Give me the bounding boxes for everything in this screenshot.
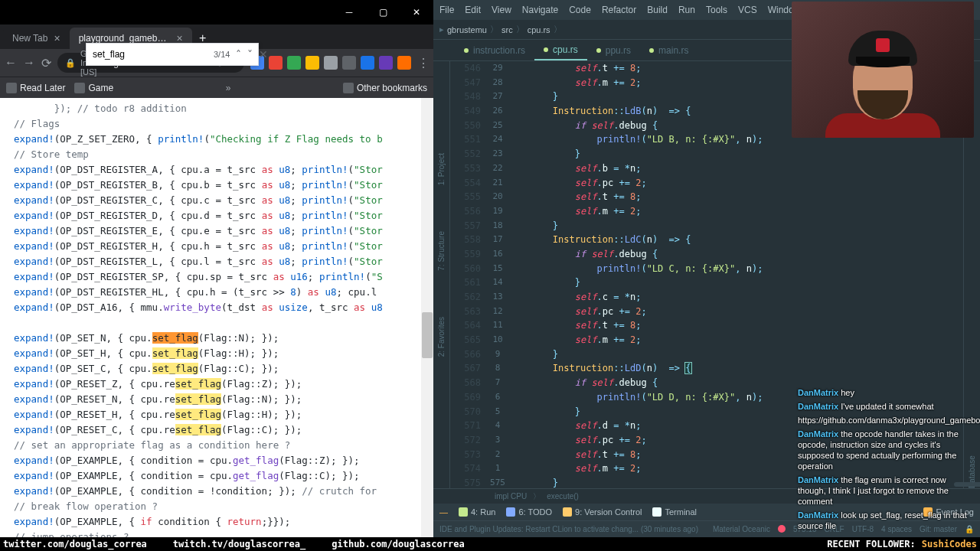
find-in-page: 3/14 ˄ ˅ ✕ [86, 43, 259, 66]
other-bookmarks[interactable]: Other bookmarks [343, 83, 427, 93]
rust-icon [464, 48, 469, 53]
breadcrumb: ▸ gbrustemu 〉 src 〉 cpu.rs 〉 [439, 24, 562, 35]
browser-window: ─ ▢ ✕ New Tab × playground_gameboy_emula… [0, 0, 433, 537]
extension-icon[interactable] [305, 56, 319, 70]
rust-icon [649, 48, 654, 53]
update-notification[interactable]: IDE and Plugin Updates: Restart CLion to… [439, 525, 698, 533]
back-button[interactable]: ← [5, 56, 17, 70]
breadcrumb-project[interactable]: gbrustemu [447, 25, 487, 34]
breadcrumb-src[interactable]: src [501, 25, 513, 34]
tab-title: playground_gameboy_emulator [79, 33, 171, 44]
toolwindow----todo[interactable]: 6: TODO [506, 507, 552, 517]
menu-button[interactable]: ⋮ [417, 56, 430, 70]
chat-message: DanMatrix the flag enum is correct now t… [798, 474, 974, 507]
github-link: github.com/douglascorrea [332, 539, 464, 549]
chat-message: https://github.com/danma3x/playground_ga… [798, 415, 974, 425]
find-input[interactable] [93, 49, 207, 60]
left-tool-gutter: 1: Project 7: Structure 2: Favorites [433, 61, 450, 488]
reload-button[interactable]: ⟳ [41, 56, 51, 70]
lock-icon: 🔒 [65, 58, 76, 68]
chat-message: DanMatrix the opcode handler takes in th… [798, 429, 974, 471]
extension-icon[interactable] [324, 56, 338, 70]
browser-titlebar: ─ ▢ ✕ [0, 0, 433, 24]
extension-icon[interactable] [342, 56, 356, 70]
editor-tab-instruction-rs[interactable]: instruction.rs [455, 40, 534, 60]
chat-message: DanMatrix I've updated it somewhat [798, 401, 974, 412]
rust-icon [544, 47, 548, 52]
tab-title: New Tab [12, 33, 47, 44]
tool-icon [652, 507, 662, 517]
extension-icon[interactable] [397, 56, 411, 70]
panel-structure[interactable]: 7: Structure [437, 231, 446, 271]
chat-username: DanMatrix [798, 510, 838, 520]
breadcrumb-fn[interactable]: execute() [547, 492, 579, 500]
menu-navigate[interactable]: Navigate [522, 5, 558, 15]
folder-icon [6, 83, 17, 93]
twitch-link: twitch.tv/douglascorrea_ [173, 539, 305, 549]
folder-icon [74, 83, 85, 93]
panel-favorites[interactable]: 2: Favorites [437, 317, 446, 357]
chat-username: DanMatrix [798, 388, 838, 397]
menu-edit[interactable]: Edit [465, 5, 481, 15]
chevron-right-icon: ▸ [439, 24, 444, 34]
menu-build[interactable]: Build [647, 5, 668, 15]
toolwindow----version-control[interactable]: 9: Version Control [563, 507, 642, 517]
webcam-overlay [792, 2, 974, 138]
twitter-link: twitter.com/douglas_correa [3, 539, 147, 549]
menu-view[interactable]: View [492, 5, 511, 15]
bookmark-game[interactable]: Game [74, 83, 113, 93]
editor-tab-cpu-rs[interactable]: cpu.rs [534, 40, 587, 60]
find-next-button[interactable]: ˅ [247, 48, 253, 60]
minimize-button[interactable]: ─ [338, 5, 360, 20]
breadcrumb-file[interactable]: cpu.rs [528, 25, 550, 34]
line-numbers: 5465475485495505515525535545555565575585… [450, 61, 487, 488]
bookmarks-bar: Read Later Game » Other bookmarks [0, 77, 433, 98]
find-close-button[interactable]: ✕ [259, 48, 268, 60]
menu-vcs[interactable]: VCS [738, 5, 757, 15]
extension-icon[interactable] [287, 56, 301, 70]
recent-follower-label: RECENT FOLLOWER: [827, 539, 916, 549]
extension-icon[interactable] [361, 56, 374, 70]
extension-icon[interactable] [269, 56, 283, 70]
editor-tab-main-rs[interactable]: main.rs [640, 40, 697, 60]
close-button[interactable]: ✕ [406, 5, 427, 20]
scrollbar-thumb[interactable] [422, 312, 433, 358]
menu-run[interactable]: Run [678, 5, 695, 15]
menu-refactor[interactable]: Refactor [602, 5, 636, 15]
browser-tab-newtab[interactable]: New Tab × [3, 28, 70, 49]
chat-username: DanMatrix [798, 475, 838, 484]
editor-tab-ppu-rs[interactable]: ppu.rs [587, 40, 640, 60]
scrollbar-vertical[interactable] [421, 98, 433, 537]
recent-follower-name: SushiCodes [922, 539, 977, 549]
bookmark-readlater[interactable]: Read Later [6, 83, 65, 93]
extension-icon[interactable] [379, 56, 393, 70]
extension-icons [250, 56, 411, 70]
toolwindow----run[interactable]: 4: Run [459, 507, 495, 517]
stream-footer: twitter.com/douglas_correa twitch.tv/dou… [0, 537, 980, 551]
chat-message: DanMatrix look up set_flag, reset_flag i… [798, 510, 974, 531]
panel-project[interactable]: 1: Project [437, 153, 446, 185]
chat-username: DanMatrix [798, 429, 838, 439]
stream-chat: DanMatrix heyDanMatrix I've updated it s… [798, 387, 974, 534]
menu-tools[interactable]: Tools [706, 5, 727, 15]
menu-file[interactable]: File [439, 5, 454, 15]
toolwindow-terminal[interactable]: Terminal [652, 507, 697, 517]
theme-indicator[interactable]: Material Oceanic [713, 525, 770, 533]
close-icon[interactable]: × [54, 32, 60, 44]
fold-gutter[interactable]: 2928272625242322212019181716151413121110… [487, 61, 508, 488]
forward-button[interactable]: → [23, 56, 35, 70]
folder-icon [343, 83, 354, 93]
chat-message: DanMatrix hey [798, 387, 974, 398]
find-count: 3/14 [214, 50, 230, 59]
recording-indicator [778, 525, 786, 533]
find-prev-button[interactable]: ˄ [236, 48, 241, 60]
breadcrumb-impl[interactable]: impl CPU [495, 492, 527, 500]
menu-code[interactable]: Code [569, 5, 591, 15]
chat-username: DanMatrix [798, 402, 838, 411]
maximize-button[interactable]: ▢ [372, 5, 394, 20]
github-code-view[interactable]: }); // todo r8 addition// Flagsexpand!(O… [0, 98, 433, 537]
tool-icon [506, 507, 515, 517]
tool-icon [563, 507, 572, 517]
rust-icon [596, 48, 601, 53]
tool-icon [459, 507, 468, 517]
